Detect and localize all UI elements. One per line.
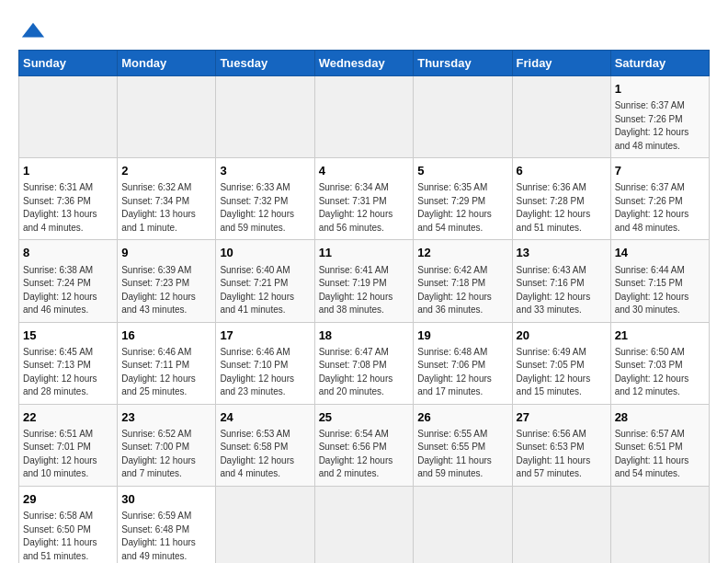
sunset: Sunset: 7:08 PM — [319, 360, 387, 370]
daylight: Daylight: 12 hours and 4 minutes. — [220, 455, 294, 479]
sunset: Sunset: 6:51 PM — [615, 442, 683, 452]
sunrise: Sunrise: 6:37 AM — [615, 182, 685, 192]
calendar-cell: 13Sunrise: 6:43 AMSunset: 7:16 PMDayligh… — [512, 240, 610, 322]
calendar-cell: 21Sunrise: 6:50 AMSunset: 7:03 PMDayligh… — [610, 322, 709, 404]
calendar-cell: 28Sunrise: 6:57 AMSunset: 6:51 PMDayligh… — [610, 404, 709, 486]
sunrise: Sunrise: 6:48 AM — [417, 347, 487, 357]
sunset: Sunset: 7:36 PM — [23, 196, 91, 206]
calendar-cell — [216, 76, 314, 158]
day-number: 24 — [220, 409, 310, 426]
day-number: 2 — [121, 163, 211, 179]
daylight: Daylight: 12 hours and 28 minutes. — [23, 373, 97, 397]
calendar-cell: 10Sunrise: 6:40 AMSunset: 7:21 PMDayligh… — [216, 240, 314, 322]
day-number: 5 — [417, 163, 507, 179]
day-info: Sunrise: 6:57 AMSunset: 6:51 PMDaylight:… — [615, 428, 705, 481]
day-number: 1 — [23, 163, 113, 179]
day-info: Sunrise: 6:52 AMSunset: 7:00 PMDaylight:… — [121, 428, 211, 481]
calendar-cell: 23Sunrise: 6:52 AMSunset: 7:00 PMDayligh… — [118, 404, 216, 486]
sunrise: Sunrise: 6:43 AM — [517, 265, 586, 275]
svg-marker-0 — [22, 23, 44, 38]
calendar-cell — [216, 486, 314, 563]
daylight: Daylight: 12 hours and 12 minutes. — [615, 373, 689, 397]
day-info: Sunrise: 6:33 AMSunset: 7:32 PMDaylight:… — [220, 181, 310, 235]
sunrise: Sunrise: 6:42 AM — [417, 265, 487, 275]
sunrise: Sunrise: 6:32 AM — [121, 182, 191, 192]
day-number: 18 — [319, 327, 410, 344]
sunrise: Sunrise: 6:51 AM — [23, 429, 93, 439]
daylight: Daylight: 12 hours and 2 minutes. — [319, 455, 393, 479]
daylight: Daylight: 11 hours and 51 minutes. — [23, 537, 97, 561]
sunset: Sunset: 7:19 PM — [319, 278, 387, 288]
day-number: 4 — [319, 163, 410, 179]
calendar-cell — [414, 486, 512, 563]
sunrise: Sunrise: 6:56 AM — [517, 429, 586, 439]
sunset: Sunset: 7:26 PM — [615, 114, 683, 124]
day-info: Sunrise: 6:54 AMSunset: 6:56 PMDaylight:… — [319, 428, 410, 481]
sunset: Sunset: 7:21 PM — [220, 278, 288, 288]
sunset: Sunset: 6:53 PM — [517, 442, 585, 452]
calendar-cell — [19, 76, 118, 158]
day-number: 7 — [615, 163, 705, 179]
day-number: 27 — [517, 409, 607, 426]
day-number: 23 — [121, 409, 211, 426]
daylight: Daylight: 12 hours and 25 minutes. — [121, 373, 196, 397]
day-info: Sunrise: 6:43 AMSunset: 7:16 PMDaylight:… — [517, 264, 607, 317]
sunset: Sunset: 7:24 PM — [23, 278, 91, 288]
day-info: Sunrise: 6:47 AMSunset: 7:08 PMDaylight:… — [319, 346, 410, 399]
day-info: Sunrise: 6:32 AMSunset: 7:34 PMDaylight:… — [121, 181, 211, 235]
day-number: 11 — [319, 245, 410, 261]
daylight: Daylight: 12 hours and 59 minutes. — [220, 209, 294, 233]
day-info: Sunrise: 6:39 AMSunset: 7:23 PMDaylight:… — [121, 264, 211, 317]
calendar-week-4: 22Sunrise: 6:51 AMSunset: 7:01 PMDayligh… — [19, 404, 710, 486]
day-info: Sunrise: 6:44 AMSunset: 7:15 PMDaylight:… — [615, 264, 705, 317]
calendar-cell: 14Sunrise: 6:44 AMSunset: 7:15 PMDayligh… — [610, 240, 709, 322]
sunrise: Sunrise: 6:31 AM — [23, 182, 93, 192]
day-number: 1 — [615, 81, 705, 98]
calendar-cell: 25Sunrise: 6:54 AMSunset: 6:56 PMDayligh… — [314, 404, 414, 486]
sunset: Sunset: 7:29 PM — [417, 196, 485, 206]
calendar-cell: 29Sunrise: 6:58 AMSunset: 6:50 PMDayligh… — [19, 486, 118, 563]
logo — [18, 18, 46, 40]
sunrise: Sunrise: 6:49 AM — [517, 347, 586, 357]
day-info: Sunrise: 6:38 AMSunset: 7:24 PMDaylight:… — [23, 264, 113, 317]
sunset: Sunset: 7:31 PM — [319, 196, 387, 206]
day-info: Sunrise: 6:56 AMSunset: 6:53 PMDaylight:… — [517, 428, 607, 481]
calendar-cell: 15Sunrise: 6:45 AMSunset: 7:13 PMDayligh… — [19, 322, 118, 404]
day-info: Sunrise: 6:41 AMSunset: 7:19 PMDaylight:… — [319, 264, 410, 317]
calendar-cell: 22Sunrise: 6:51 AMSunset: 7:01 PMDayligh… — [19, 404, 118, 486]
page: SundayMondayTuesdayWednesdayThursdayFrid… — [0, 0, 728, 563]
day-number: 25 — [319, 409, 410, 426]
day-number: 15 — [23, 327, 113, 344]
calendar-cell: 8Sunrise: 6:38 AMSunset: 7:24 PMDaylight… — [19, 240, 118, 322]
sunrise: Sunrise: 6:36 AM — [517, 182, 586, 192]
daylight: Daylight: 12 hours and 36 minutes. — [417, 292, 492, 316]
sunset: Sunset: 6:56 PM — [319, 442, 387, 452]
day-info: Sunrise: 6:49 AMSunset: 7:05 PMDaylight:… — [517, 346, 607, 399]
sunset: Sunset: 7:16 PM — [517, 278, 585, 288]
calendar-cell: 3Sunrise: 6:33 AMSunset: 7:32 PMDaylight… — [216, 158, 314, 240]
sunrise: Sunrise: 6:37 AM — [615, 100, 685, 110]
sunrise: Sunrise: 6:58 AM — [23, 511, 93, 521]
sunrise: Sunrise: 6:53 AM — [220, 429, 290, 439]
day-number: 17 — [220, 327, 310, 344]
daylight: Daylight: 13 hours and 1 minute. — [121, 209, 196, 233]
sunrise: Sunrise: 6:41 AM — [319, 265, 389, 275]
calendar-cell: 24Sunrise: 6:53 AMSunset: 6:58 PMDayligh… — [216, 404, 314, 486]
day-info: Sunrise: 6:50 AMSunset: 7:03 PMDaylight:… — [615, 346, 705, 399]
day-info: Sunrise: 6:58 AMSunset: 6:50 PMDaylight:… — [23, 510, 113, 563]
calendar-cell: 1Sunrise: 6:31 AMSunset: 7:36 PMDaylight… — [19, 158, 118, 240]
sunset: Sunset: 7:13 PM — [23, 360, 91, 370]
day-number: 14 — [615, 245, 705, 261]
day-info: Sunrise: 6:31 AMSunset: 7:36 PMDaylight:… — [23, 181, 113, 235]
calendar-cell: 11Sunrise: 6:41 AMSunset: 7:19 PMDayligh… — [314, 240, 414, 322]
sunset: Sunset: 7:18 PM — [417, 278, 485, 288]
calendar-cell: 2Sunrise: 6:32 AMSunset: 7:34 PMDaylight… — [118, 158, 216, 240]
daylight: Daylight: 12 hours and 33 minutes. — [517, 292, 591, 316]
day-info: Sunrise: 6:40 AMSunset: 7:21 PMDaylight:… — [220, 264, 310, 317]
calendar-cell — [118, 76, 216, 158]
header-day-tuesday: Tuesday — [216, 51, 314, 76]
header-day-friday: Friday — [512, 51, 610, 76]
sunrise: Sunrise: 6:54 AM — [319, 429, 389, 439]
daylight: Daylight: 12 hours and 30 minutes. — [615, 292, 689, 316]
calendar-cell: 7Sunrise: 6:37 AMSunset: 7:26 PMDaylight… — [610, 158, 709, 240]
